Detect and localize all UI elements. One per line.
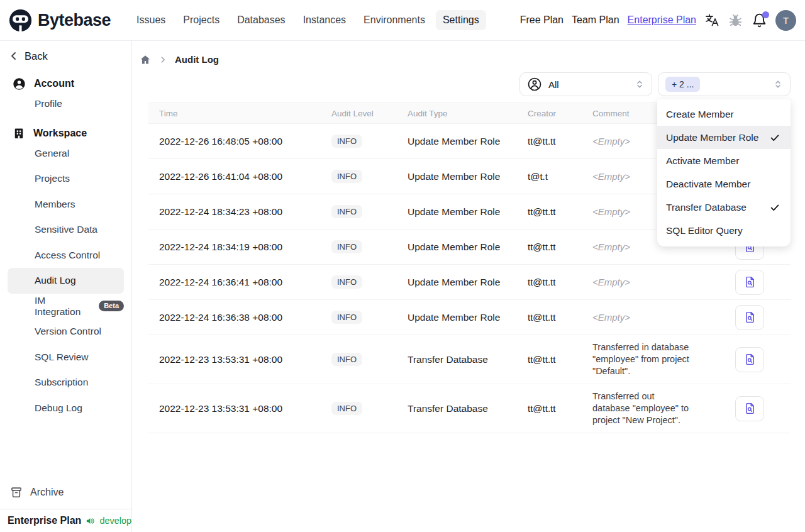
team-plan-link[interactable]: Team Plan: [572, 14, 619, 26]
sidebar-item-version-control[interactable]: Version Control: [8, 319, 124, 345]
sidebar-item-access-control[interactable]: Access Control: [8, 243, 124, 269]
sidebar-item-members[interactable]: Members: [8, 192, 124, 218]
audit-creator: tt@tt.tt: [517, 354, 582, 365]
audit-type: Update Member Role: [397, 136, 517, 147]
person-circle-icon: [527, 77, 542, 92]
selector-arrows-icon: [635, 79, 645, 89]
audit-level-badge: INFO: [331, 170, 362, 183]
workspace-section-header: Workspace: [0, 126, 131, 141]
col-audit-type: Audit Type: [397, 109, 517, 118]
audit-type-filter-select[interactable]: + 2 ...: [658, 72, 791, 96]
audit-log-page: Audit Log All + 2 ...: [132, 41, 805, 532]
audit-comment: <Empty>: [582, 312, 698, 323]
menu-item-activate-member[interactable]: Activate Member: [657, 149, 791, 172]
sidebar-item-im-integration[interactable]: IM Integration Beta: [8, 294, 124, 319]
archive-box-icon: [10, 486, 23, 499]
nav-issues[interactable]: Issues: [130, 10, 172, 30]
sidebar-item-projects[interactable]: Projects: [8, 166, 124, 192]
translate-icon[interactable]: [704, 13, 719, 28]
menu-item-create-member[interactable]: Create Member: [657, 103, 791, 126]
account-section-header: Account: [0, 76, 131, 91]
selector-arrows-icon: [773, 79, 783, 89]
col-time: Time: [148, 109, 321, 118]
archive-label: Archive: [30, 487, 64, 498]
sidebar-item-general[interactable]: General: [8, 141, 124, 167]
audit-time: 2022-12-26 16:41:04 +08:00: [148, 171, 321, 182]
main-nav: Issues Projects Databases Instances Envi…: [130, 10, 486, 30]
breadcrumb: Audit Log: [132, 41, 805, 70]
audit-creator: tt@tt.tt: [517, 241, 582, 252]
audit-creator: tt@tt.tt: [517, 206, 582, 217]
nav-projects[interactable]: Projects: [176, 10, 226, 30]
audit-level-badge: INFO: [331, 275, 362, 289]
nav-environments[interactable]: Environments: [357, 10, 432, 30]
creator-filter-value: All: [548, 79, 559, 90]
chevron-left-icon: [9, 51, 19, 61]
settings-sidebar: Back Account Profile: [0, 41, 132, 532]
building-icon: [13, 127, 25, 140]
table-row: 2022-12-23 13:53:31 +08:00 INFO Transfer…: [148, 384, 791, 433]
creator-filter-select[interactable]: All: [519, 72, 652, 96]
audit-comment: <Empty>: [582, 277, 698, 287]
audit-creator: tt@tt.tt: [517, 277, 582, 287]
back-label: Back: [25, 50, 48, 62]
sidebar-item-debug-log[interactable]: Debug Log: [8, 396, 124, 421]
audit-time: 2022-12-23 13:53:31 +08:00: [148, 403, 321, 414]
check-icon: [769, 202, 780, 213]
audit-type: Update Member Role: [397, 206, 517, 218]
current-plan-label: Enterprise Plan: [8, 515, 81, 526]
bytebase-mascot-icon: [9, 9, 32, 32]
view-detail-button[interactable]: [735, 396, 764, 421]
sidebar-item-sensitive-data[interactable]: Sensitive Data: [8, 217, 124, 243]
notification-bell-icon[interactable]: [752, 13, 767, 28]
audit-level-badge: INFO: [331, 402, 362, 415]
home-icon[interactable]: [140, 54, 151, 65]
beta-badge: Beta: [99, 301, 124, 311]
audit-creator: tt@tt.tt: [517, 136, 582, 147]
bug-icon[interactable]: [728, 13, 743, 28]
view-detail-button[interactable]: [735, 305, 764, 330]
sidebar-item-profile[interactable]: Profile: [8, 91, 124, 117]
plan-status-bar: Enterprise Plan development: [0, 509, 131, 532]
nav-settings[interactable]: Settings: [436, 10, 486, 30]
audit-level-badge: INFO: [331, 311, 362, 324]
table-row: 2022-12-23 13:53:31 +08:00 INFO Transfer…: [148, 335, 791, 384]
audit-type: Update Member Role: [397, 171, 517, 182]
menu-item-deactivate-member[interactable]: Deactivate Member: [657, 172, 791, 196]
page-title: Audit Log: [175, 54, 219, 65]
sidebar-item-subscription[interactable]: Subscription: [8, 370, 124, 396]
audit-time: 2022-12-24 16:36:38 +08:00: [148, 312, 321, 323]
archive-button[interactable]: Archive: [0, 480, 131, 505]
navbar-right: Free Plan Team Plan Enterprise Plan: [520, 10, 796, 31]
audit-time: 2022-12-24 18:34:23 +08:00: [148, 206, 321, 218]
user-avatar[interactable]: T: [775, 10, 796, 31]
check-icon: [769, 132, 780, 143]
audit-comment: Transferred in database "employee" from …: [582, 341, 698, 377]
audit-type: Transfer Database: [397, 403, 517, 414]
sidebar-item-audit-log[interactable]: Audit Log: [8, 268, 124, 294]
enterprise-plan-link[interactable]: Enterprise Plan: [628, 14, 696, 26]
filter-row: All + 2 ...: [132, 72, 805, 96]
audit-level-badge: INFO: [331, 353, 362, 366]
audit-type: Update Member Role: [397, 277, 517, 288]
audit-creator: tt@tt.tt: [517, 403, 582, 414]
sidebar-item-sql-review[interactable]: SQL Review: [8, 345, 124, 370]
nav-instances[interactable]: Instances: [296, 10, 353, 30]
view-detail-button[interactable]: [735, 270, 764, 295]
menu-item-sql-editor-query[interactable]: SQL Editor Query: [657, 219, 791, 242]
user-circle-icon: [13, 77, 26, 91]
nav-databases[interactable]: Databases: [230, 10, 292, 30]
chevron-right-icon: [158, 55, 167, 64]
col-audit-level: Audit Level: [321, 109, 397, 118]
audit-type: Update Member Role: [397, 241, 517, 253]
view-detail-button[interactable]: [735, 347, 764, 372]
menu-item-transfer-database[interactable]: Transfer Database: [657, 196, 791, 219]
menu-item-update-member-role[interactable]: Update Member Role: [657, 126, 791, 149]
free-plan-link[interactable]: Free Plan: [520, 14, 564, 26]
back-button[interactable]: Back: [0, 41, 131, 64]
audit-type-dropdown-menu: Create Member Update Member Role Activat…: [657, 99, 791, 247]
bytebase-logo[interactable]: Bytebase: [9, 9, 111, 32]
workspace-section-title: Workspace: [33, 128, 87, 139]
notification-dot: [762, 11, 769, 18]
audit-level-badge: INFO: [331, 135, 362, 148]
